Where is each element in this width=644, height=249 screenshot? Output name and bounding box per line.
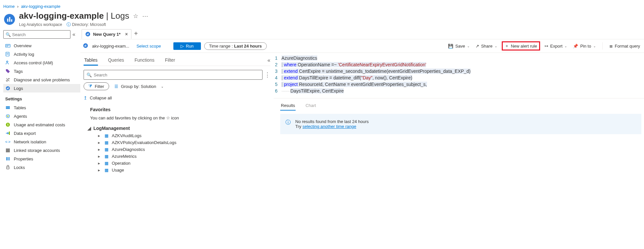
table-icon: ▦ xyxy=(105,161,108,166)
explorer-tab-filter[interactable]: Filter xyxy=(164,55,176,66)
svg-rect-1 xyxy=(7,18,9,22)
svg-rect-24 xyxy=(6,149,10,150)
svg-rect-13 xyxy=(7,88,8,89)
table-icon: ▦ xyxy=(105,133,108,138)
chevron-down-icon: ⌄ xyxy=(161,85,164,88)
collapse-icon: ↥ xyxy=(84,95,87,100)
star-icon[interactable]: ☆ xyxy=(133,12,138,20)
locks-icon xyxy=(5,165,10,170)
explorer-search-input[interactable] xyxy=(94,73,260,77)
select-time-range-link[interactable]: selecting another time range xyxy=(302,124,356,129)
sidebar: 🔍 « Overview Activity log Access control… xyxy=(0,28,80,176)
more-icon[interactable]: ⋮ xyxy=(264,71,270,78)
breadcrumb-home[interactable]: Home xyxy=(3,4,15,9)
sidebar-item-usage-costs[interactable]: $ Usage and estimated costs xyxy=(3,120,80,129)
sidebar-item-label: Agents xyxy=(14,114,27,119)
close-icon[interactable]: × xyxy=(125,31,128,37)
sidebar-item-tags[interactable]: Tags xyxy=(3,67,80,75)
sidebar-item-tables[interactable]: Tables xyxy=(3,103,80,112)
time-range-label: Time range : xyxy=(209,44,233,49)
explorer-tab-functions[interactable]: Functions xyxy=(134,55,155,66)
results-tab-results[interactable]: Results xyxy=(280,101,296,111)
caret-right-icon: ▸ xyxy=(98,154,101,159)
tree-leaf[interactable]: ▸▦Operation xyxy=(91,160,270,167)
query-editor[interactable]: 123456 AzureDiagnostics | where Operatio… xyxy=(274,53,644,96)
new-alert-rule-button[interactable]: ＋New alert rule xyxy=(502,41,540,51)
pin-button[interactable]: 📌Pin to⌄ xyxy=(572,43,597,50)
format-icon: ≣ xyxy=(609,44,613,49)
chevron-down-icon: ⌄ xyxy=(564,44,567,48)
chevron-down-icon: ⌄ xyxy=(495,44,497,48)
tree-leaf[interactable]: ▸▦AzureDiagnostics xyxy=(91,146,270,153)
tree-leaf[interactable]: ▸▦AZKVPolicyEvaluationDetailsLogs xyxy=(91,139,270,146)
schema-explorer: Tables Queries Functions Filter « 🔍 ⋮ ⧩F… xyxy=(80,53,274,176)
no-results-text: No results found from the last 24 hours xyxy=(295,119,369,124)
collapse-all-button[interactable]: ↥Collapse all xyxy=(84,95,270,100)
sidebar-item-logs[interactable]: Logs xyxy=(3,84,80,93)
format-query-button[interactable]: ≣Format query xyxy=(608,43,641,50)
explorer-search[interactable]: 🔍 xyxy=(84,70,263,80)
svg-rect-2 xyxy=(9,17,10,21)
share-button[interactable]: ↗Share⌄ xyxy=(474,43,498,50)
sidebar-item-activity-log[interactable]: Activity log xyxy=(3,50,80,58)
star-icon: ☆ xyxy=(166,115,170,120)
sidebar-item-label: Access control (IAM) xyxy=(14,60,53,65)
groupby-dropdown[interactable]: ☰Group by: Solution⌄ xyxy=(114,84,164,89)
sidebar-item-locks[interactable]: Locks xyxy=(3,163,80,172)
sidebar-item-label: Network isolation xyxy=(14,139,46,144)
breadcrumb-resource[interactable]: akv-logging-example xyxy=(21,4,60,9)
sidebar-item-label: Overview xyxy=(14,43,31,48)
explorer-tab-queries[interactable]: Queries xyxy=(107,55,125,66)
sidebar-item-network-isolation[interactable]: <·> Network isolation xyxy=(3,137,80,146)
select-scope-link[interactable]: Select scope xyxy=(136,44,161,49)
svg-rect-14 xyxy=(8,87,9,89)
tree-leaf[interactable]: ▸▦Usage xyxy=(91,167,270,174)
svg-rect-36 xyxy=(86,45,86,47)
collapse-panel-icon[interactable]: « xyxy=(267,55,270,66)
sidebar-search[interactable]: 🔍 xyxy=(3,30,70,39)
export-button[interactable]: ↦Export⌄ xyxy=(543,43,569,50)
table-icon: ▦ xyxy=(105,147,108,152)
editor-gutter: 123456 xyxy=(274,55,282,94)
try-label: Try xyxy=(295,124,302,129)
svg-rect-22 xyxy=(9,132,10,135)
sidebar-item-overview[interactable]: Overview xyxy=(3,41,80,50)
info-icon: ⓘ xyxy=(285,119,291,129)
content-area: New Query 1* × + akv-logging-exam... Sel… xyxy=(80,28,644,176)
sidebar-item-label: Tables xyxy=(14,105,26,110)
tree-leaf[interactable]: ▸▦AzureMetrics xyxy=(91,153,270,160)
tags-icon xyxy=(5,69,10,74)
svg-rect-26 xyxy=(6,151,10,152)
svg-rect-29 xyxy=(9,157,10,160)
tree-group[interactable]: ◢LogManagement xyxy=(84,124,270,132)
sidebar-item-label: Linked storage accounts xyxy=(14,148,60,153)
add-tab-icon[interactable]: + xyxy=(134,30,138,37)
run-button[interactable]: ▷Run xyxy=(173,42,201,50)
time-range-picker[interactable]: Time range : Last 24 hours xyxy=(204,42,267,50)
collapse-sidebar-icon[interactable]: « xyxy=(72,31,75,37)
sidebar-search-input[interactable] xyxy=(12,32,68,37)
caret-right-icon: ▸ xyxy=(98,161,101,166)
sidebar-item-properties[interactable]: Properties xyxy=(3,155,80,163)
breadcrumb: Home › akv-logging-example xyxy=(0,0,644,11)
sidebar-item-access-control[interactable]: Access control (IAM) xyxy=(3,58,80,67)
usage-icon: $ xyxy=(5,122,10,127)
sidebar-item-agents[interactable]: Agents xyxy=(3,112,80,120)
results-tab-chart[interactable]: Chart xyxy=(305,101,317,111)
sidebar-item-data-export[interactable]: Data export xyxy=(3,129,80,137)
save-button[interactable]: 💾Save⌄ xyxy=(447,43,471,50)
tree-leaf[interactable]: ▸▦AZKVAuditLogs xyxy=(91,132,270,139)
sidebar-item-linked-storage[interactable]: Linked storage accounts xyxy=(3,146,80,155)
explorer-tab-tables[interactable]: Tables xyxy=(84,55,98,66)
svg-rect-16 xyxy=(6,107,10,108)
sidebar-item-diagnose[interactable]: Diagnose and solve problems xyxy=(3,75,80,84)
svg-point-19 xyxy=(7,115,9,117)
filter-button[interactable]: ⧩Filter xyxy=(84,82,109,90)
svg-rect-30 xyxy=(7,167,9,169)
sidebar-item-label: Properties xyxy=(14,156,33,161)
more-icon[interactable]: ⋯ xyxy=(142,12,148,20)
query-tab[interactable]: New Query 1* × xyxy=(82,29,131,39)
table-icon: ▦ xyxy=(105,154,108,159)
chevron-down-icon: ⌄ xyxy=(593,44,596,48)
share-icon: ↗ xyxy=(476,44,479,49)
